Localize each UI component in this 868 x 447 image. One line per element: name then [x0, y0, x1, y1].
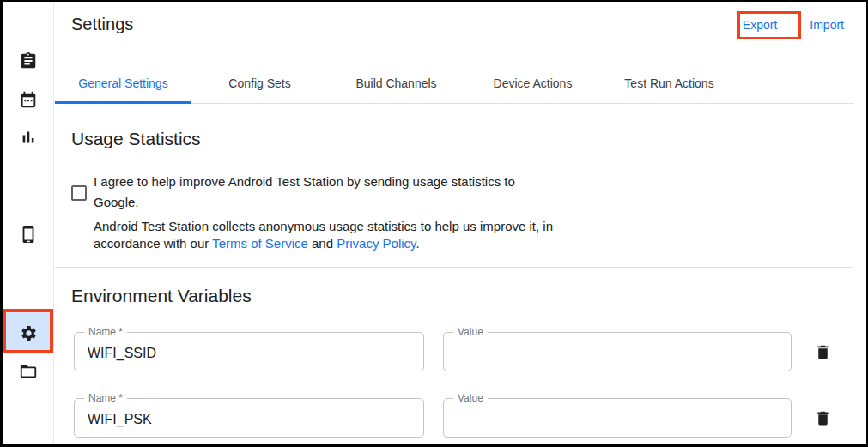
usage-consent-label: I agree to help improve Android Test Sta… — [94, 172, 557, 213]
tab-label: General Settings — [78, 76, 167, 90]
sidebar-item-schedule[interactable] — [9, 86, 47, 113]
trash-icon — [814, 409, 832, 427]
export-annotation-box — [737, 11, 801, 39]
environment-variables-heading: Environment Variables — [71, 286, 252, 306]
tab-label: Device Actions — [494, 76, 573, 90]
sidebar-item-devices[interactable] — [9, 220, 47, 248]
usage-consent-checkbox[interactable] — [71, 185, 87, 201]
field-label: Name * — [84, 326, 127, 338]
import-button[interactable]: Import — [810, 18, 844, 32]
env-variable-row: Name * Value — [74, 398, 838, 438]
section-divider — [55, 267, 853, 268]
field-label: Value — [453, 326, 488, 338]
env-value-field: Value — [443, 332, 792, 371]
usage-consent-row: I agree to help improve Android Test Sta… — [71, 172, 557, 213]
trash-icon — [814, 343, 832, 361]
tab-label: Build Channels — [355, 76, 436, 90]
env-name-input[interactable] — [75, 399, 423, 437]
bar-chart-icon — [19, 128, 38, 147]
calendar-icon — [19, 90, 38, 109]
tab-bar: General Settings Config Sets Build Chann… — [55, 63, 854, 104]
env-variable-row: Name * Value — [74, 332, 838, 371]
smartphone-icon — [19, 225, 38, 244]
field-label: Name * — [84, 392, 127, 404]
folder-icon — [19, 362, 38, 381]
gear-icon — [20, 324, 38, 342]
page-title: Settings — [71, 15, 133, 34]
env-name-field: Name * — [74, 332, 424, 371]
sidebar-item-file-browser[interactable] — [9, 358, 47, 385]
env-name-input[interactable] — [75, 333, 423, 371]
usage-description-text: . — [416, 236, 419, 251]
usage-description-text: and — [308, 236, 337, 251]
usage-description: Android Test Station collects anonymous … — [94, 218, 609, 252]
tab-build-channels[interactable]: Build Channels — [328, 63, 464, 103]
sidebar-item-reports[interactable] — [9, 124, 47, 151]
terms-of-service-link[interactable]: Terms of Service — [212, 236, 308, 251]
tab-device-actions[interactable]: Device Actions — [464, 63, 601, 103]
sidebar-item-settings[interactable] — [9, 319, 47, 347]
env-name-field: Name * — [74, 398, 424, 438]
tab-test-run-actions[interactable]: Test Run Actions — [601, 63, 737, 103]
app-window: Settings Export Import General Settings … — [0, 0, 868, 447]
delete-variable-button[interactable] — [807, 336, 838, 367]
env-value-input[interactable] — [444, 333, 791, 371]
env-value-input[interactable] — [444, 399, 791, 437]
sidebar-item-test-plans[interactable] — [9, 47, 47, 75]
tab-general-settings[interactable]: General Settings — [55, 63, 191, 103]
field-label: Value — [453, 392, 488, 404]
main-content: Settings Export Import General Settings … — [55, 2, 866, 444]
usage-statistics-heading: Usage Statistics — [71, 129, 201, 149]
env-value-field: Value — [443, 398, 792, 438]
sidebar — [3, 2, 54, 444]
tab-label: Config Sets — [228, 76, 290, 90]
tab-label: Test Run Actions — [624, 76, 713, 90]
privacy-policy-link[interactable]: Privacy Policy — [337, 236, 416, 251]
delete-variable-button[interactable] — [807, 402, 838, 433]
tab-config-sets[interactable]: Config Sets — [191, 63, 328, 103]
clipboard-icon — [19, 51, 38, 70]
